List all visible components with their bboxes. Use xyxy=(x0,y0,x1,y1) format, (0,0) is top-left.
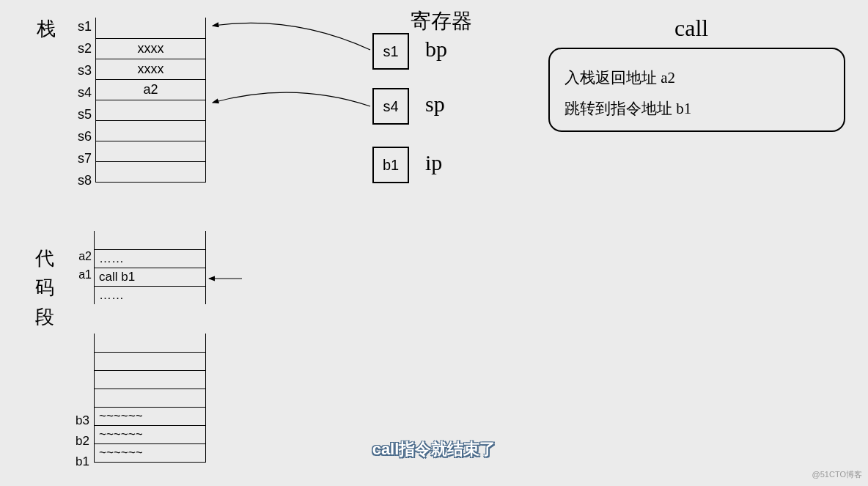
stack-cell: xxxx xyxy=(96,59,206,79)
stack-row-label: s6 xyxy=(70,129,92,144)
code-cell: …… xyxy=(95,249,206,268)
subtitle-caption: call指令就结束了 xyxy=(372,438,496,460)
stack-row-label: s8 xyxy=(70,173,92,188)
stack-row-label: s4 xyxy=(70,85,92,100)
register-box-sp: s4 xyxy=(372,88,409,125)
stack-cell xyxy=(96,161,206,182)
code-cell: ~~~~~~ xyxy=(95,407,206,425)
watermark: @51CTO博客 xyxy=(812,469,862,480)
stack-row-label: s5 xyxy=(70,107,92,122)
stack-cell xyxy=(96,120,206,141)
code-cell xyxy=(95,370,206,389)
stack-title: 栈 xyxy=(37,16,56,42)
call-title: call xyxy=(674,15,708,42)
code-title-1: 代 xyxy=(35,246,54,271)
registers-title: 寄存器 xyxy=(411,7,472,35)
code-table-1: …… call b1 …… xyxy=(94,231,206,304)
code-title-2: 码 xyxy=(35,275,54,301)
stack-row-label: s7 xyxy=(70,151,92,166)
code-title-3: 段 xyxy=(35,304,54,330)
code-cell xyxy=(95,389,206,407)
code-cell xyxy=(95,231,206,249)
register-name-sp: sp xyxy=(425,92,445,117)
code-cell: …… xyxy=(95,286,206,304)
stack-row-label: s2 xyxy=(70,41,92,56)
register-box-ip: b1 xyxy=(372,147,409,183)
stack-cell: xxxx xyxy=(96,38,206,59)
register-box-bp: s1 xyxy=(372,33,409,70)
call-line-2: 跳转到指令地址 b1 xyxy=(564,93,829,124)
stack-cell: a2 xyxy=(96,79,206,100)
call-line-1: 入栈返回地址 a2 xyxy=(564,62,829,93)
code-cell: call b1 xyxy=(95,268,206,286)
stack-cell xyxy=(96,141,206,161)
code-cell xyxy=(95,352,206,370)
stack-table: xxxx xxxx a2 xyxy=(95,18,206,183)
code-cell: ~~~~~~ xyxy=(95,425,206,443)
code-row-label: b1 xyxy=(67,454,89,469)
stack-row-label: s3 xyxy=(70,63,92,78)
stack-cell xyxy=(96,100,206,120)
code-cell xyxy=(95,334,206,352)
code-row-label: b3 xyxy=(67,413,89,428)
code-row-label: a2 xyxy=(70,250,92,263)
register-name-bp: bp xyxy=(425,37,447,62)
stack-row-label: s1 xyxy=(70,19,92,34)
stack-cell xyxy=(96,18,206,38)
code-table-2: ~~~~~~ ~~~~~~ ~~~~~~ xyxy=(94,334,206,463)
register-name-ip: ip xyxy=(425,150,442,175)
code-row-label: b2 xyxy=(67,434,89,449)
call-box: 入栈返回地址 a2 跳转到指令地址 b1 xyxy=(548,48,845,132)
code-cell: ~~~~~~ xyxy=(95,443,206,462)
code-row-label: a1 xyxy=(70,268,92,281)
